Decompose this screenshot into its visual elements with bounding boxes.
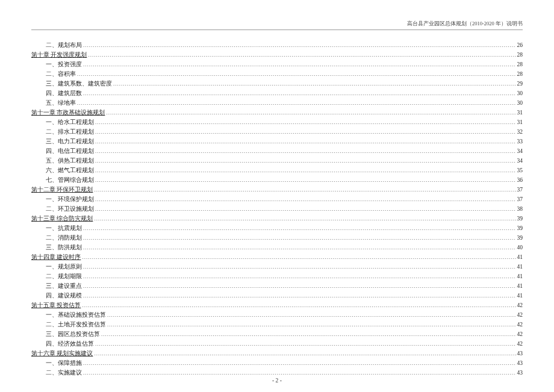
toc-leader-dots [93, 350, 515, 358]
toc-entry: 二、规划期限41 [31, 272, 523, 281]
toc-leader-dots [106, 311, 516, 320]
toc-leader-dots [82, 263, 516, 272]
toc-page-number: 43 [516, 359, 523, 367]
toc-leader-dots [93, 186, 515, 194]
toc-label: 二、环卫设施规划 [46, 205, 94, 213]
toc-leader-dots [106, 321, 516, 329]
toc-page-number: 40 [516, 243, 523, 252]
toc-entry: 第十五章 投资估算42 [31, 301, 523, 310]
toc-leader-dots [87, 51, 515, 60]
toc-entry: 四、经济效益估算42 [31, 340, 523, 349]
toc-page-number: 41 [516, 282, 523, 290]
toc-page-number: 37 [516, 195, 523, 204]
toc-label: 四、电信工程规划 [46, 147, 94, 155]
toc-entry: 三、防洪规划40 [31, 243, 523, 252]
toc-page-number: 28 [516, 60, 523, 69]
toc-label: 二、规划布局 [46, 41, 82, 49]
toc-entry: 一、投资强度28 [31, 60, 523, 69]
toc-entry: 五、供热工程规划34 [31, 157, 523, 166]
toc-label: 二、土地开发投资估算 [46, 320, 106, 329]
toc-page-number: 30 [516, 99, 523, 107]
toc-label: 第十二章 环保环卫规划 [31, 185, 93, 194]
toc-leader-dots [81, 254, 515, 262]
toc-label: 第十一章 市政基础设施规划 [31, 108, 105, 117]
toc-entry: 五、绿地率30 [31, 99, 523, 108]
toc-leader-dots [82, 90, 516, 98]
toc-entry: 四、建设规模41 [31, 291, 523, 300]
toc-label: 三、园区总投资估算 [46, 330, 100, 338]
toc-label: 二、实施建议 [46, 369, 82, 377]
page-footer: - 2 - [0, 378, 554, 384]
toc-entry: 一、保障措施43 [31, 359, 523, 368]
toc-entry: 一、基础设施投资估算42 [31, 311, 523, 320]
page-number: - 2 - [272, 378, 282, 384]
toc-label: 一、规划原则 [46, 263, 82, 271]
toc-page-number: 31 [516, 118, 523, 126]
toc-entry: 三、建筑系数、建筑密度29 [31, 79, 523, 89]
toc-entry: 第十二章 环保环卫规划37 [31, 185, 523, 194]
toc-page-number: 43 [516, 349, 523, 358]
toc-entry: 七、管网综合规划36 [31, 176, 523, 185]
toc-entry: 二、实施建议43 [31, 369, 523, 378]
toc-label: 五、供热工程规划 [46, 157, 94, 165]
toc-page-number: 34 [516, 157, 523, 165]
toc-entry: 二、土地开发投资估算42 [31, 320, 523, 329]
toc-leader-dots [94, 340, 516, 349]
toc-leader-dots [76, 70, 516, 79]
toc-entry: 一、抗震规划39 [31, 224, 523, 233]
toc-leader-dots [82, 244, 516, 252]
toc-page-number: 42 [516, 301, 523, 310]
toc-page-number: 35 [516, 166, 523, 175]
toc-label: 一、投资强度 [46, 60, 82, 69]
toc-entry: 二、环卫设施规划38 [31, 205, 523, 214]
toc-leader-dots [94, 148, 516, 156]
toc-leader-dots [82, 369, 516, 378]
toc-leader-dots [81, 302, 515, 310]
toc-page-number: 32 [516, 128, 523, 136]
toc-page-number: 42 [516, 320, 523, 329]
toc-entry: 二、容积率28 [31, 70, 523, 79]
toc-entry: 六、燃气工程规划35 [31, 166, 523, 175]
toc-label: 二、容积率 [46, 70, 76, 78]
toc-leader-dots [112, 80, 516, 89]
toc-label: 一、抗震规划 [46, 224, 82, 232]
toc-page-number: 39 [516, 214, 523, 223]
toc-entry: 第十章 开发强度规划28 [31, 51, 523, 60]
toc-page-number: 28 [516, 70, 523, 78]
toc-entry: 一、给水工程规划31 [31, 118, 523, 127]
toc-label: 一、给水工程规划 [46, 118, 94, 126]
toc-leader-dots [94, 167, 516, 175]
toc-leader-dots [82, 292, 516, 300]
toc-label: 三、电力工程规划 [46, 137, 94, 146]
toc-page-number: 42 [516, 311, 523, 319]
toc-label: 二、消防规划 [46, 234, 82, 242]
toc-label: 六、燃气工程规划 [46, 166, 94, 175]
toc-page-number: 37 [516, 185, 523, 194]
toc-label: 一、保障措施 [46, 359, 82, 367]
document-page: 高台县产业园区总体规划（2010-2020 年）说明书 二、规划布局26第十章 … [0, 0, 554, 378]
toc-page-number: 42 [516, 330, 523, 338]
toc-page-number: 38 [516, 205, 523, 213]
toc-leader-dots [105, 109, 515, 117]
toc-page-number: 26 [516, 41, 523, 49]
toc-leader-dots [76, 99, 516, 108]
toc-entry: 三、园区总投资估算42 [31, 330, 523, 339]
toc-label: 三、防洪规划 [46, 243, 82, 252]
toc-page-number: 39 [516, 234, 523, 242]
toc-label: 一、环境保护规划 [46, 195, 94, 204]
toc-page-number: 30 [516, 89, 523, 98]
toc-page-number: 41 [516, 272, 523, 281]
toc-label: 二、规划期限 [46, 272, 82, 281]
toc-page-number: 31 [516, 108, 523, 117]
toc-label: 一、基础设施投资估算 [46, 311, 106, 319]
toc-label: 三、建设重点 [46, 282, 82, 290]
toc-entry: 三、电力工程规划33 [31, 137, 523, 146]
toc-leader-dots [82, 359, 516, 368]
toc-leader-dots [94, 138, 516, 146]
toc-entry: 一、环境保护规划37 [31, 195, 523, 204]
toc-leader-dots [82, 42, 516, 50]
toc-label: 第十三章 综合防灾规划 [31, 214, 93, 223]
toc-label: 七、管网综合规划 [46, 176, 94, 184]
toc-entry: 四、建筑层数30 [31, 89, 523, 98]
header-title: 高台县产业园区总体规划（2010-2020 年）说明书 [407, 20, 523, 26]
